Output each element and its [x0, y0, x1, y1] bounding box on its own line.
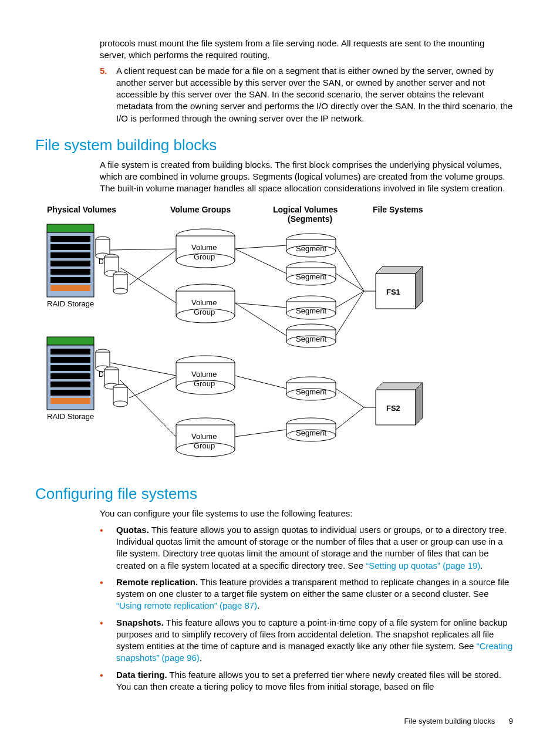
numbered-item-5-text: A client request can be made for a file …: [116, 65, 513, 124]
raid-storage-bottom-icon: [47, 337, 94, 410]
data-cylinder-bottom-3: [113, 384, 127, 407]
svg-text:Volume: Volume: [191, 432, 217, 441]
svg-text:FS1: FS1: [386, 288, 400, 296]
segment-2: Segment: [286, 262, 336, 285]
raid-storage-bottom-label: RAID Storage: [47, 412, 94, 421]
footer-title: File system building blocks: [404, 717, 495, 725]
volume-group-4: Volume Group: [176, 418, 235, 457]
svg-text:Segment: Segment: [296, 387, 326, 396]
bullet-icon: •: [100, 524, 116, 572]
svg-rect-50: [50, 349, 90, 355]
feature-data-tiering: • Data tiering. This feature allows you …: [100, 669, 513, 693]
svg-rect-52: [50, 365, 90, 371]
raid-storage-top-icon: [47, 224, 94, 297]
svg-rect-3: [50, 244, 90, 250]
fsbb-diagram: Physical Volumes Volume Groups Logical V…: [35, 203, 525, 473]
volume-group-2: Volume Group: [176, 284, 235, 323]
svg-marker-85: [376, 383, 423, 390]
svg-rect-0: [47, 224, 94, 232]
svg-text:Segment: Segment: [296, 428, 326, 437]
svg-text:Segment: Segment: [296, 272, 326, 281]
page-footer: File system building blocks 9: [35, 716, 525, 727]
svg-marker-86: [416, 383, 423, 425]
fs2-cube: FS2: [376, 383, 423, 425]
svg-rect-4: [50, 252, 90, 258]
numbered-item-5: 5. A client request can be made for a fi…: [100, 65, 513, 124]
segment-4: Segment: [286, 324, 336, 347]
svg-rect-5: [50, 261, 90, 266]
link-setting-up-quotas[interactable]: “Setting up quotas” (page 19): [366, 561, 480, 571]
segment-5: Segment: [286, 377, 336, 400]
heading-configuring-file-systems: Configuring file systems: [35, 484, 525, 504]
fsbb-paragraph: A file system is created from building b…: [100, 159, 513, 195]
col-logical-volumes-line1: Logical Volumes: [273, 205, 338, 214]
svg-rect-54: [50, 382, 90, 387]
feature-tiering-title: Data tiering.: [116, 670, 167, 680]
list-number-5: 5.: [100, 65, 116, 124]
heading-file-system-building-blocks: File system building blocks: [35, 135, 525, 156]
col-file-systems: File Systems: [373, 205, 423, 214]
svg-text:Segment: Segment: [296, 244, 326, 253]
link-using-remote-replication[interactable]: “Using remote replication” (page 87): [116, 600, 257, 610]
svg-text:Volume: Volume: [191, 370, 217, 379]
svg-text:Group: Group: [194, 252, 215, 261]
svg-point-65: [113, 401, 127, 407]
svg-rect-2: [50, 236, 90, 242]
volume-group-1: Volume Group: [176, 229, 235, 268]
svg-text:Volume: Volume: [191, 298, 217, 307]
fs1-cube: FS1: [376, 266, 423, 309]
raid-storage-top-label: RAID Storage: [47, 299, 94, 308]
feature-list: • Quotas. This feature allows you to ass…: [100, 524, 513, 693]
top-paragraph-continuation: protocols must mount the file system fro…: [100, 38, 513, 62]
svg-text:FS2: FS2: [386, 404, 400, 413]
feature-quotas: • Quotas. This feature allows you to ass…: [100, 524, 513, 572]
segment-3: Segment: [286, 296, 336, 319]
svg-text:Segment: Segment: [296, 335, 326, 343]
cfg-intro: You can configure your file systems to u…: [100, 508, 513, 519]
svg-rect-56: [50, 398, 90, 404]
feature-snapshots-text: This feature allows you to capture a poi…: [116, 617, 508, 652]
bullet-icon: •: [100, 617, 116, 664]
svg-rect-48: [47, 337, 94, 345]
svg-rect-55: [50, 390, 90, 396]
svg-rect-51: [50, 357, 90, 363]
segment-1: Segment: [286, 234, 336, 257]
feature-quotas-title: Quotas.: [116, 525, 149, 535]
svg-text:Group: Group: [194, 308, 215, 316]
col-logical-volumes-line2: (Segments): [288, 214, 332, 224]
svg-marker-46: [416, 266, 423, 309]
svg-text:Group: Group: [194, 379, 215, 388]
feature-remote-replication: • Remote replication. This feature provi…: [100, 576, 513, 612]
data-cylinder-top-3: [113, 272, 127, 294]
bullet-icon: •: [100, 669, 116, 693]
segment-6: Segment: [286, 418, 336, 441]
svg-text:Segment: Segment: [296, 306, 326, 315]
svg-text:Group: Group: [194, 441, 215, 450]
feature-tiering-text: This feature allows you to set a preferr…: [116, 670, 501, 691]
feature-snapshots: • Snapshots. This feature allows you to …: [100, 617, 513, 664]
svg-rect-8: [50, 285, 90, 291]
svg-text:Volume: Volume: [191, 243, 217, 252]
col-physical-volumes: Physical Volumes: [47, 205, 116, 214]
col-volume-groups: Volume Groups: [170, 205, 231, 214]
svg-rect-7: [50, 277, 90, 283]
feature-remote-title: Remote replication.: [116, 577, 198, 587]
svg-rect-53: [50, 373, 90, 379]
svg-rect-6: [50, 269, 90, 275]
feature-snapshots-title: Snapshots.: [116, 617, 164, 627]
bullet-icon: •: [100, 576, 116, 612]
svg-marker-45: [376, 266, 423, 274]
volume-group-3: Volume Group: [176, 356, 235, 394]
footer-page-number: 9: [509, 717, 513, 725]
svg-point-17: [113, 288, 127, 294]
